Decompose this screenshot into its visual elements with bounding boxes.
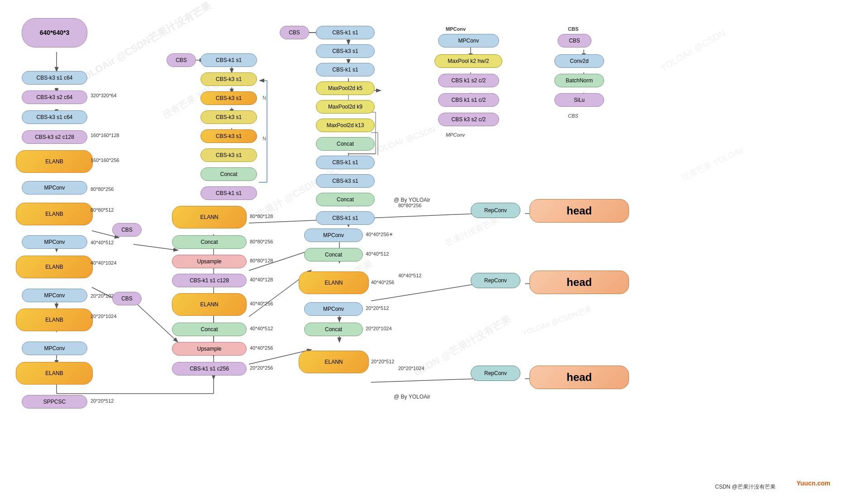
svg-line-30 [371, 379, 478, 382]
head-3: head [529, 366, 629, 389]
spp-cbs-k1-2: CBS-k1 s1 [316, 63, 375, 76]
dim-40-256: 40*40*256 [250, 301, 273, 306]
elanb-5: ELANB [16, 362, 93, 385]
spp-cbs-k1-4: CBS-k1 s1 [316, 211, 375, 225]
upsample-1: Upsample [172, 255, 247, 268]
cbs-k1-s1-c2: CBS k1 s1 c/2 [438, 93, 499, 107]
repconv-3: RepConv [471, 366, 520, 381]
spp-cbs-k3-2: CBS-k3 s1 [316, 174, 375, 188]
cbs-k3-s1-c: CBS-k3 s1 [200, 110, 257, 124]
svg-line-17 [133, 244, 177, 250]
cbs-k1-s1-c128: CBS-k1 s1 c128 [172, 274, 247, 287]
head-2: head [529, 271, 629, 294]
dim-320: 320*320*64 [91, 93, 117, 98]
watermark-7: 芒果汁没有芒果 [444, 214, 500, 248]
watermark-8: YOLOAir @CSDN芒果 [521, 304, 593, 338]
dim-20-256: 20*20*256 [250, 365, 273, 371]
dim-40-256b: 40*40*256 [371, 280, 394, 285]
concat-neck-3: Concat [304, 248, 363, 262]
watermark-6: YOLOAir @CSDN [372, 125, 437, 157]
elann-2: ELANN [172, 293, 247, 316]
concat-elanbn: Concat [200, 167, 257, 181]
cbs-k3-s1-c64-2: CBS-k3 s1 c64 [22, 110, 87, 124]
head-2-label: head [567, 276, 592, 289]
mpconv-1: MPConv [22, 181, 87, 195]
spp-cbs-k3-1: CBS-k3 s1 [316, 44, 375, 58]
csdn-label: CSDN @芒果汁没有芒果 [715, 483, 776, 491]
svg-line-28 [371, 284, 478, 301]
mpconv-4: MPConv [22, 342, 87, 355]
cbs-neck-1: CBS [112, 223, 142, 237]
elanb-3: ELANB [16, 256, 93, 278]
elann-1: ELANN [172, 206, 247, 228]
elanb-1: ELANB [16, 150, 93, 173]
dim-160-256: 160*160*256 [91, 157, 119, 163]
dim-20-512b: 20*20*512 [371, 359, 394, 364]
watermark-1: YOLOAir @CSDN芒果汁没有芒果 [75, 0, 214, 87]
watermark-9: YOLOAir @CSDN [658, 28, 727, 73]
dim-20-512: 20*20*512 [91, 398, 114, 404]
svg-text:N: N [262, 136, 266, 141]
concat-spp-2: Concat [316, 193, 375, 206]
elanb-2: ELANB [16, 203, 93, 225]
mpconv-3: MPConv [22, 289, 87, 302]
mpconv-2: MPConv [22, 235, 87, 249]
cbs-k3-s2-c128: CBS-k3 s2 c128 [22, 130, 87, 144]
dim-20-512: 20*20*512 [366, 305, 389, 311]
dim-20-1024-repconv: 20*20*1024 [398, 366, 424, 371]
cbs-right-title: CBS [568, 26, 578, 32]
dim-80-128b: 80*80*128 [250, 258, 273, 263]
conv2d: Conv2d [554, 54, 604, 68]
cbs-k3-s1-b: CBS-k3 s1 [200, 91, 257, 105]
cbs-elanbn-left: CBS [167, 53, 196, 67]
concat-neck-2: Concat [172, 323, 247, 336]
cbs-k1-s1-elanbn-bot: CBS-k1 s1 [200, 186, 257, 200]
concat-spp-1: Concat [316, 137, 375, 151]
maxpool-k5: MaxPool2d k5 [316, 81, 375, 95]
by-yoloair-1: @ By YOLOAir [394, 197, 430, 203]
arrows-svg: N N [0, 0, 858, 504]
cbs-k3-s1-d: CBS-k3 s1 [200, 129, 257, 143]
cbs-bottom-label: CBS [568, 113, 578, 119]
dim-80-128: 80*80*128 [250, 214, 273, 219]
cbs-k1-s1-elanbn: CBS-k1 s1 [200, 53, 257, 67]
mpconv-title: MPConv [446, 26, 466, 32]
diagram: YOLOAir @CSDN芒果汁没有芒果 没有芒果 YOLOAir 芒果汁 @C… [0, 0, 858, 504]
watermark-10: 没有芒果 YOLOAir [680, 145, 745, 183]
elann-3: ELANN [299, 271, 369, 294]
dim-40-256: 40*40*256 [250, 345, 273, 351]
cbs-sppcspc-left: CBS [280, 26, 309, 39]
dim-80-256: 80*80*256 [250, 239, 273, 244]
spp-cbs-k1-3: CBS-k1 s1 [316, 156, 375, 169]
dim-80-256-repconv: 80*80*256 [398, 203, 421, 208]
cbs-k3-s1-a: CBS-k3 s1 [200, 72, 257, 86]
by-yoloair-2: @ By YOLOAir [394, 394, 430, 400]
mpconv-bottom-label: MPConv [446, 132, 465, 138]
cbs-neck-2: CBS [112, 292, 142, 305]
mpconv-top-node: MPConv [438, 34, 499, 48]
elann-4: ELANN [299, 351, 369, 373]
repconv-1: RepConv [471, 203, 520, 218]
silu: SiLu [554, 93, 604, 107]
cbs-k3-s2-c64: CBS-k3 s2 c64 [22, 90, 87, 104]
repconv-2: RepConv [471, 273, 520, 288]
head-3-label: head [567, 371, 592, 384]
input-node: 640*640*3 [22, 18, 87, 48]
cbs-k3-s1-c64-1: CBS-k3 s1 c64 [22, 71, 87, 85]
dim-40-512: 40*40*512 [366, 251, 389, 257]
dim-40-128: 40*40*128 [250, 277, 273, 282]
input-label: 640*640*3 [40, 29, 69, 38]
mpconv-neck-1: MPConv [304, 228, 363, 242]
dim-80-512: 80*80*512 [91, 207, 114, 213]
cbs-k1-s2-c2: CBS k1 s2 c/2 [438, 74, 499, 87]
dim-40-1024: 40*40*1024 [91, 260, 117, 266]
svg-text:N: N [262, 95, 266, 100]
head-1-label: head [567, 204, 592, 217]
head-1: head [529, 199, 629, 223]
mpconv-neck-2: MPConv [304, 302, 363, 316]
dim-40-512: 40*40*512 [250, 326, 273, 331]
maxpool-k2: MaxPool k2 hw/2 [434, 54, 502, 68]
maxpool-k13: MaxPool2d k13 [316, 119, 375, 132]
maxpool-k9: MaxPool2d k9 [316, 100, 375, 114]
batchnorm: BatchNorm [554, 74, 604, 87]
